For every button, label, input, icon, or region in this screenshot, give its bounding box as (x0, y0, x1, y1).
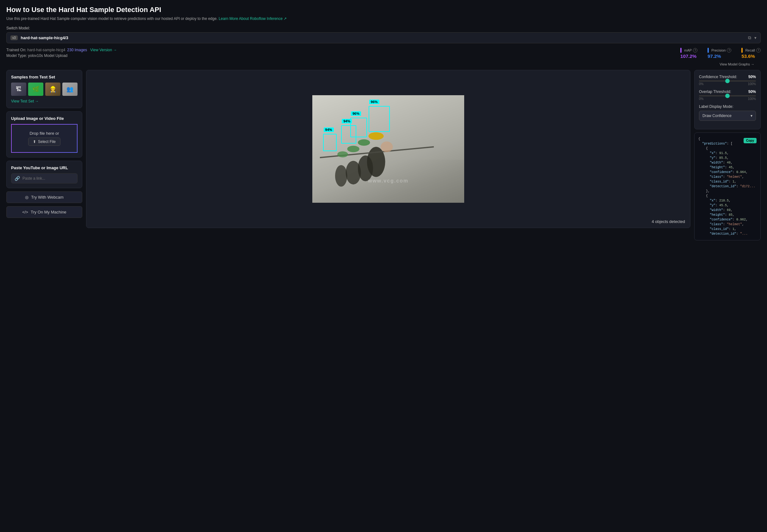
webcam-button[interactable]: ◎ Try With Webcam (6, 191, 82, 203)
metric-map: mAP ? 107.2% (680, 48, 697, 59)
drop-text: Drop file here or (15, 131, 74, 136)
overlap-control: Overlap Threshold: 50% 0% 100% (699, 90, 756, 101)
detection-image: 96% 96% 94% 94% www.vcg.com (312, 95, 464, 203)
samples-title: Samples from Test Set (11, 75, 77, 79)
svg-point-8 (358, 139, 370, 145)
label-mode-select[interactable]: Draw Confidence ▾ (699, 111, 756, 121)
overlap-slider-thumb[interactable] (725, 94, 730, 98)
model-trained-info: Trained On: hard-hat-sample-hicg4 230 Im… (6, 48, 117, 52)
detection-image-wrap: 96% 96% 94% 94% www.vcg.com (312, 95, 464, 203)
bbox-4: 94% (323, 134, 337, 151)
metrics-section: mAP ? 107.2% Precision ? 97.2% Recall ? … (680, 48, 761, 59)
machine-button[interactable]: </> Try On My Machine (6, 206, 82, 218)
svg-point-10 (337, 151, 348, 157)
svg-point-11 (380, 141, 393, 152)
url-title: Paste YouTube or Image URL (11, 165, 77, 170)
model-name: hard-hat-sample-hicg4/3 (21, 35, 748, 40)
model-type-info: Model Type: yolov10s Model Upload (6, 53, 117, 58)
thumbnail-1[interactable]: 🏗 (11, 83, 26, 96)
svg-point-9 (347, 146, 359, 152)
view-model-graphs[interactable]: View Model Graphs → (6, 62, 761, 66)
url-input-wrap: 🔗 (11, 173, 77, 183)
label-mode-control: Label Display Mode: Draw Confidence ▾ (699, 104, 756, 121)
upload-title: Upload Image or Video File (11, 116, 77, 121)
samples-section: Samples from Test Set 🏗 🌿 👷 👥 View Test … (6, 70, 82, 108)
confidence-label: Confidence Threshold: (699, 75, 737, 79)
switch-model-label: Switch Model: (6, 26, 761, 30)
model-info-row: Trained On: hard-hat-sample-hicg4 230 Im… (6, 48, 761, 59)
overlap-max: 100% (748, 97, 756, 101)
json-output-box: Copy { "predictions": [ { "x": 91.5, "y"… (694, 133, 761, 240)
page-subtitle: Use this pre-trained Hard Hat Sample com… (6, 16, 761, 21)
thumbnail-2[interactable]: 🌿 (28, 83, 43, 96)
upload-section: Upload Image or Video File Drop file her… (6, 111, 82, 158)
overlap-value: 50% (748, 90, 756, 94)
thumbnail-3[interactable]: 👷 (45, 83, 60, 96)
url-section: Paste YouTube or Image URL 🔗 (6, 161, 82, 188)
overlap-slider-track[interactable] (699, 95, 756, 96)
main-layout: Samples from Test Set 🏗 🌿 👷 👥 View Test … (6, 70, 761, 240)
overlap-min: 0% (699, 97, 703, 101)
confidence-value: 50% (748, 75, 756, 79)
copy-model-icon[interactable]: ⧉ (748, 35, 751, 40)
dropdown-chevron-icon: ▾ (751, 114, 752, 118)
map-info-icon[interactable]: ? (693, 48, 697, 53)
image-background: 96% 96% 94% 94% www.vcg.com (312, 95, 464, 203)
link-icon: 🔗 (15, 176, 20, 181)
recall-info-icon[interactable]: ? (756, 48, 761, 53)
bbox-label-3: 94% (342, 119, 352, 123)
metric-recall: Recall ? 53.6% (741, 48, 761, 59)
bbox-3: 94% (341, 125, 356, 144)
controls-box: Confidence Threshold: 50% 0% 100% Overla… (694, 70, 761, 129)
code-icon: </> (22, 210, 28, 214)
svg-rect-1 (312, 160, 464, 203)
upload-icon: ⬆ (33, 139, 36, 144)
objects-detected: 4 objects detected (652, 219, 685, 224)
overlap-label: Overlap Threshold: (699, 90, 731, 94)
model-version-badge: v3 (10, 35, 18, 40)
select-file-button[interactable]: ⬆ Select File (28, 138, 60, 146)
svg-point-4 (346, 161, 361, 184)
copy-json-button[interactable]: Copy (744, 138, 757, 143)
confidence-min: 0% (699, 82, 703, 86)
confidence-control: Confidence Threshold: 50% 0% 100% (699, 75, 756, 86)
svg-point-7 (368, 132, 384, 140)
left-panel: Samples from Test Set 🏗 🌿 👷 👥 View Test … (6, 70, 82, 218)
view-version-link[interactable]: View Version → (90, 48, 117, 52)
chevron-down-icon: ▾ (754, 35, 757, 40)
upload-dropzone[interactable]: Drop file here or ⬆ Select File (11, 124, 77, 153)
label-mode-label: Label Display Mode: (699, 104, 756, 109)
detection-panel: 96% 96% 94% 94% www.vcg.com 4 objects de (86, 70, 690, 228)
url-input[interactable] (22, 176, 74, 181)
view-test-set-link[interactable]: View Test Set → (11, 99, 77, 103)
bbox-label-2: 96% (351, 111, 361, 116)
page-title: How to Use the Hard Hat Sample Detection… (6, 6, 761, 14)
confidence-slider-track[interactable] (699, 80, 756, 82)
svg-point-5 (335, 165, 347, 187)
precision-info-icon[interactable]: ? (727, 48, 731, 53)
bbox-1: 96% (368, 106, 390, 132)
overlap-slider-fill (699, 95, 727, 96)
learn-more-link[interactable]: Learn More About Roboflow Inference ↗ (219, 16, 287, 21)
model-selector[interactable]: v3 hard-hat-sample-hicg4/3 ⧉ ▾ (6, 32, 761, 43)
json-brace-open: { (698, 137, 700, 141)
confidence-slider-fill (699, 80, 727, 82)
thumbnail-4[interactable]: 👥 (62, 83, 77, 96)
confidence-slider-thumb[interactable] (725, 79, 730, 83)
metric-precision: Precision ? 97.2% (708, 48, 731, 59)
webcam-icon: ◎ (25, 195, 28, 200)
test-thumbnails: 🏗 🌿 👷 👥 (11, 83, 77, 96)
bbox-label-1: 96% (369, 100, 379, 104)
confidence-max: 100% (748, 82, 756, 86)
right-panel: Confidence Threshold: 50% 0% 100% Overla… (694, 70, 761, 240)
bbox-label-4: 94% (324, 127, 334, 132)
